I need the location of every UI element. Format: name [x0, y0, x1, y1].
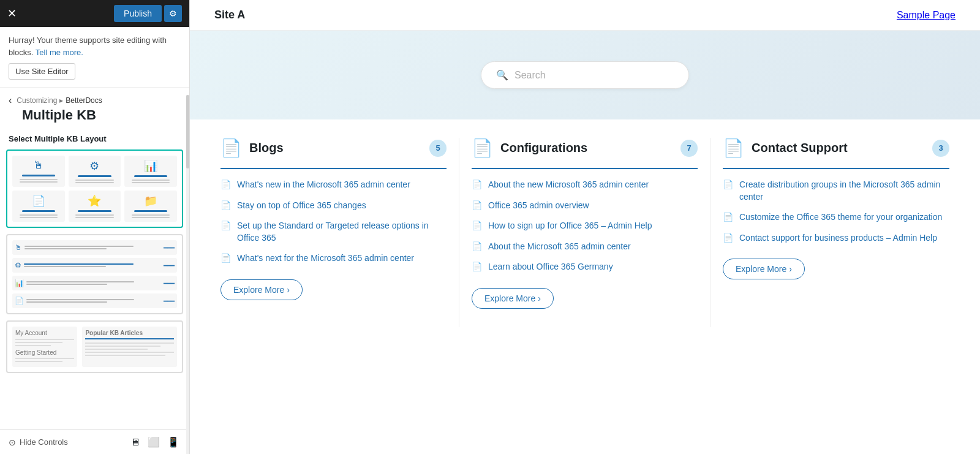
layout-cell-line [134, 175, 167, 177]
kb-title-2: Contact Support [752, 141, 848, 155]
layout-cell-line [78, 175, 111, 177]
gear-cell-icon: ⚙ [89, 159, 99, 173]
layout-cell: ⭐ [69, 191, 121, 222]
kb-title-1: Configurations [500, 141, 587, 155]
doc-cell-icon: 📄 [32, 194, 45, 208]
breadcrumb-current: BetterDocs [66, 96, 102, 105]
kb-count-2: 3 [932, 140, 949, 157]
article-link-0-1[interactable]: Stay on top of Office 365 changes [237, 200, 366, 212]
article-doc-icon-1-4: 📄 [472, 262, 482, 271]
article-doc-icon-1-2: 📄 [472, 221, 482, 230]
layout-cell: 📊 [124, 156, 177, 187]
kb-count-0: 5 [429, 140, 447, 157]
layout2-cell: 📊 ━━━ [12, 276, 177, 290]
kb-article-0-1: 📄Stay on top of Office 365 changes [221, 200, 447, 212]
layout-option-mixed[interactable]: My Account Getting Started Popular KB Ar… [6, 320, 183, 373]
article-link-1-4[interactable]: Learn about Office 365 Germany [488, 261, 613, 273]
kb-header-2: 📄Contact Support3 [723, 138, 949, 158]
tablet-view-button[interactable]: ⬜ [146, 435, 161, 449]
layout2-cell: 📄 ━━━ [12, 293, 177, 308]
article-link-0-2[interactable]: Set up the Standard or Targeted release … [237, 220, 447, 244]
explore-more-button-0[interactable]: Explore More › [221, 279, 303, 300]
layout-cell-line [22, 175, 55, 176]
breadcrumb-separator: ▸ [59, 96, 63, 105]
article-link-1-0[interactable]: About the new Microsoft 365 admin center [488, 179, 649, 191]
layout2-icon4: 📄 [15, 297, 24, 305]
kb-article-1-0: 📄About the new Microsoft 365 admin cente… [472, 179, 698, 191]
mobile-view-button[interactable]: 📱 [166, 435, 181, 449]
layout-option-grid[interactable]: 🖱 ⚙ 📊 📄 [6, 149, 183, 228]
notice-link[interactable]: Tell me more. [36, 48, 83, 57]
article-doc-icon-2-2: 📄 [723, 233, 733, 243]
scrollbar-track[interactable] [186, 95, 189, 454]
kb-title-0: Blogs [249, 141, 284, 155]
site-header: Site A Sample Page [190, 0, 980, 31]
gear-button[interactable]: ⚙ [164, 5, 182, 22]
explore-more-button-2[interactable]: Explore More › [723, 259, 805, 279]
cursor-icon: 🖱 [33, 159, 44, 172]
layout2-icon2: ⚙ [15, 261, 21, 270]
kb-article-2-2: 📄Contact support for business products –… [723, 232, 949, 244]
search-icon: 🔍 [496, 69, 508, 81]
publish-button[interactable]: Publish [114, 5, 162, 22]
article-link-0-3[interactable]: What's next for the Microsoft 365 admin … [237, 252, 414, 265]
notice-text: Hurray! Your theme supports site editing… [9, 36, 167, 57]
layout2-icon3: 📊 [15, 279, 24, 287]
kb-article-0-3: 📄What's next for the Microsoft 365 admin… [221, 252, 447, 265]
use-site-editor-button[interactable]: Use Site Editor [9, 63, 75, 80]
article-link-0-0[interactable]: What's new in the Microsoft 365 admin ce… [237, 179, 410, 191]
scrollbar-thumb[interactable] [186, 95, 189, 168]
kb-col-0: 📄Blogs5📄What's new in the Microsoft 365 … [208, 138, 459, 327]
desktop-view-button[interactable]: 🖥 [129, 435, 141, 449]
article-link-2-2[interactable]: Contact support for business products – … [739, 232, 937, 244]
article-doc-icon-2-1: 📄 [723, 212, 733, 222]
article-doc-icon-0-0: 📄 [221, 180, 231, 189]
article-link-2-0[interactable]: Create distribution groups in the Micros… [739, 179, 949, 203]
article-link-1-1[interactable]: Office 365 admin overview [488, 200, 589, 212]
article-doc-icon-0-1: 📄 [221, 200, 231, 210]
kb-article-1-4: 📄Learn about Office 365 Germany [472, 261, 698, 273]
hide-controls-label: Hide Controls [20, 437, 68, 447]
article-doc-icon-0-3: 📄 [221, 253, 231, 263]
kb-article-1-2: 📄How to sign up for Office 365 – Admin H… [472, 220, 698, 232]
article-link-1-2[interactable]: How to sign up for Office 365 – Admin He… [488, 220, 652, 232]
kb-grid: 📄Blogs5📄What's new in the Microsoft 365 … [190, 138, 980, 327]
kb-category-icon-2: 📄 [723, 138, 744, 158]
kb-article-2-0: 📄Create distribution groups in the Micro… [723, 179, 949, 203]
kb-count-1: 7 [680, 140, 698, 157]
layout-cell: 📄 [12, 191, 65, 222]
kb-col-2: 📄Contact Support3📄Create distribution gr… [710, 138, 962, 327]
layout2-cell: ⚙ ━━━ [12, 258, 177, 273]
search-box[interactable]: 🔍 Search [481, 61, 689, 89]
view-icons: 🖥 ⬜ 📱 [129, 435, 181, 449]
layout2-cell: 🖱 ━━━ [12, 240, 177, 255]
left-panel: ✕ Publish ⚙ Hurray! Your theme supports … [0, 0, 190, 454]
section-label: Select Multiple KB Layout [0, 129, 189, 149]
explore-more-button-1[interactable]: Explore More › [472, 288, 554, 309]
panel-title: Multiple KB [0, 106, 189, 129]
kb-article-0-2: 📄Set up the Standard or Targeted release… [221, 220, 447, 244]
notice-bar: Hurray! Your theme supports site editing… [0, 27, 189, 88]
close-icon[interactable]: ✕ [7, 8, 17, 19]
article-doc-icon-2-0: 📄 [723, 180, 733, 189]
article-link-1-3[interactable]: About the Microsoft 365 admin center [488, 241, 631, 253]
search-placeholder: Search [514, 70, 546, 81]
kb-category-icon-0: 📄 [221, 138, 242, 158]
kb-article-2-1: 📄Customize the Office 365 theme for your… [723, 211, 949, 224]
kb-divider-2 [723, 168, 949, 169]
article-link-2-1[interactable]: Customize the Office 365 theme for your … [739, 211, 942, 224]
kb-article-0-0: 📄What's new in the Microsoft 365 admin c… [221, 179, 447, 191]
layout-cell: ⚙ [69, 156, 121, 187]
layout-cell-line [134, 210, 167, 212]
breadcrumb: Customizing ▸ BetterDocs [12, 96, 102, 105]
hide-controls[interactable]: ⊙ Hide Controls [9, 437, 68, 447]
layout-option-list[interactable]: 🖱 ━━━ ⚙ ━━━ 📊 ━━━ 📄 ━━━ [6, 234, 183, 314]
layout-cell-line [22, 210, 55, 212]
nav-sample-page[interactable]: Sample Page [897, 10, 956, 20]
bottom-bar: ⊙ Hide Controls 🖥 ⬜ 📱 [0, 429, 189, 454]
article-doc-icon-1-1: 📄 [472, 200, 482, 210]
kb-divider-1 [472, 168, 698, 169]
breadcrumb-row: ‹ Customizing ▸ BetterDocs [0, 88, 189, 106]
file-cell-icon: 📁 [144, 194, 157, 208]
kb-col-1: 📄Configurations7📄About the new Microsoft… [459, 138, 710, 327]
